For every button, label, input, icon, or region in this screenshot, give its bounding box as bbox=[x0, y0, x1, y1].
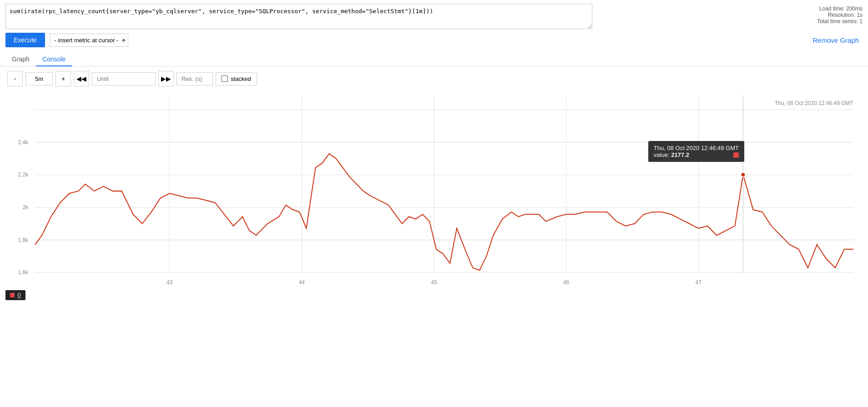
svg-text:44: 44 bbox=[299, 279, 305, 286]
legend-item: {} bbox=[5, 290, 25, 300]
stacked-button[interactable]: stacked bbox=[216, 72, 257, 85]
legend-area: {} bbox=[0, 286, 868, 304]
svg-text:2.4k: 2.4k bbox=[18, 139, 29, 146]
execute-button[interactable]: Execute bbox=[5, 33, 45, 47]
time-back-button[interactable]: ◀◀ bbox=[74, 71, 89, 86]
svg-text:47: 47 bbox=[696, 279, 702, 286]
time-forward-button[interactable]: ▶▶ bbox=[158, 71, 174, 86]
svg-text:2k: 2k bbox=[22, 204, 29, 211]
chart-container: .grid-line { stroke: #e0e0e0; stroke-wid… bbox=[5, 91, 863, 286]
svg-text:45: 45 bbox=[431, 279, 437, 286]
legend-color-dot bbox=[10, 293, 15, 297]
resolution: Resolution: 1s bbox=[817, 12, 863, 18]
total-time-series: Total time series: 1 bbox=[817, 18, 863, 25]
right-actions: Remove Graph bbox=[809, 35, 863, 46]
until-input[interactable] bbox=[92, 72, 156, 85]
chart-svg: .grid-line { stroke: #e0e0e0; stroke-wid… bbox=[5, 91, 863, 286]
svg-point-23 bbox=[741, 172, 745, 177]
tabs-bar: Graph Console bbox=[0, 51, 868, 66]
svg-text:46: 46 bbox=[563, 279, 570, 286]
resolution-input[interactable] bbox=[177, 72, 213, 85]
svg-text:1.6k: 1.6k bbox=[18, 269, 29, 276]
remove-graph-button[interactable]: Remove Graph bbox=[809, 35, 863, 46]
svg-text:43: 43 bbox=[167, 279, 173, 286]
time-minus-button[interactable]: - bbox=[7, 71, 23, 86]
query-input[interactable]: sum(irate(rpc_latency_count{server_type=… bbox=[5, 4, 592, 29]
stacked-checkbox-icon bbox=[222, 75, 228, 82]
time-range-input[interactable] bbox=[25, 72, 53, 85]
load-info: Load time: 200ms Resolution: 1s Total ti… bbox=[817, 4, 863, 25]
metric-select-wrapper: - insert metric at cursor - bbox=[50, 34, 128, 47]
svg-text:2.2k: 2.2k bbox=[18, 171, 29, 178]
legend-item-label: {} bbox=[17, 292, 21, 298]
time-plus-button[interactable]: + bbox=[56, 71, 71, 86]
graph-controls: - + ◀◀ ▶▶ stacked bbox=[0, 66, 868, 91]
metric-select[interactable]: - insert metric at cursor - bbox=[50, 34, 128, 47]
toolbar: Execute - insert metric at cursor - Remo… bbox=[0, 31, 868, 51]
svg-text:1.8k: 1.8k bbox=[18, 237, 29, 243]
stacked-label: stacked bbox=[231, 75, 251, 82]
svg-text:Thu, 08 Oct 2020 12:46:49 GMT: Thu, 08 Oct 2020 12:46:49 GMT bbox=[775, 100, 853, 106]
top-bar: sum(irate(rpc_latency_count{server_type=… bbox=[0, 0, 868, 31]
load-time: Load time: 200ms bbox=[817, 5, 863, 12]
tab-graph[interactable]: Graph bbox=[5, 53, 36, 66]
graph-area: .grid-line { stroke: #e0e0e0; stroke-wid… bbox=[5, 91, 863, 286]
tab-console[interactable]: Console bbox=[36, 53, 72, 66]
